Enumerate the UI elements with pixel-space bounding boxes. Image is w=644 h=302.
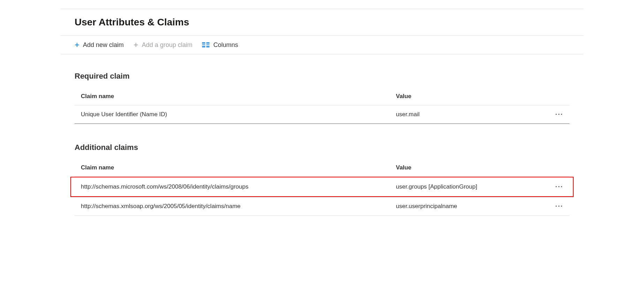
required-claims-table: Claim name Value Unique User Identifier …	[75, 88, 569, 124]
more-actions-button[interactable]: ···	[555, 111, 563, 118]
claim-name-cell: Unique User Identifier (Name ID)	[81, 111, 396, 118]
required-claim-section: Required claim Claim name Value Unique U…	[75, 72, 569, 124]
columns-button[interactable]: Columns	[202, 41, 238, 49]
additional-claims-table: Claim name Value http://schemas.microsof…	[75, 159, 569, 216]
claim-value-cell: user.mail	[396, 111, 542, 118]
plus-icon: +	[133, 41, 138, 49]
column-header-claim-name: Claim name	[81, 93, 396, 100]
plus-icon: +	[75, 41, 79, 49]
column-header-value: Value	[396, 93, 542, 100]
claim-name-cell: http://schemas.microsoft.com/ws/2008/06/…	[81, 183, 396, 190]
additional-claims-title: Additional claims	[75, 143, 569, 152]
add-new-claim-button[interactable]: + Add new claim	[75, 41, 124, 49]
table-row[interactable]: http://schemas.xmlsoap.org/ws/2005/05/id…	[75, 197, 569, 216]
table-header: Claim name Value	[75, 88, 569, 105]
required-claim-title: Required claim	[75, 72, 569, 81]
columns-icon	[202, 42, 210, 47]
table-row[interactable]: http://schemas.microsoft.com/ws/2008/06/…	[70, 177, 574, 197]
claim-name-cell: http://schemas.xmlsoap.org/ws/2005/05/id…	[81, 203, 396, 210]
title-bar: User Attributes & Claims	[61, 9, 583, 36]
more-actions-button[interactable]: ···	[555, 183, 563, 190]
column-header-value: Value	[396, 164, 542, 171]
table-row[interactable]: Unique User Identifier (Name ID) user.ma…	[75, 105, 569, 124]
add-group-claim-label: Add a group claim	[142, 41, 192, 49]
additional-claims-section: Additional claims Claim name Value http:…	[75, 143, 569, 216]
more-actions-button[interactable]: ···	[555, 202, 563, 209]
table-header: Claim name Value	[75, 159, 569, 177]
add-new-claim-label: Add new claim	[83, 41, 124, 49]
column-header-claim-name: Claim name	[81, 164, 396, 171]
claim-value-cell: user.userprincipalname	[396, 203, 542, 210]
add-group-claim-button[interactable]: + Add a group claim	[133, 41, 192, 49]
columns-label: Columns	[213, 41, 238, 49]
claim-value-cell: user.groups [ApplicationGroup]	[396, 183, 542, 190]
command-bar: + Add new claim + Add a group claim Colu…	[61, 36, 583, 54]
page-title: User Attributes & Claims	[75, 17, 569, 28]
